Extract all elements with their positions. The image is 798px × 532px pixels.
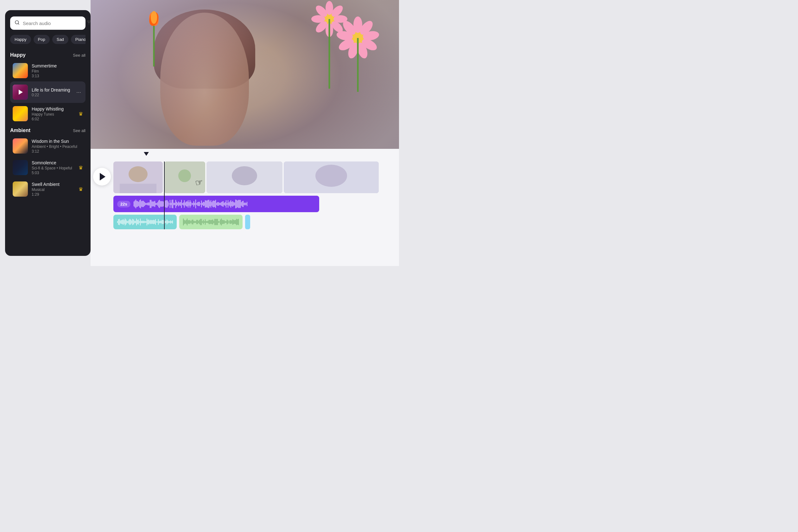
flower-right-svg [310,0,380,95]
track-duration-swell: 1:29 [32,192,75,197]
tracks-container: 22s [111,162,399,229]
waveform-green [183,217,239,226]
search-input[interactable] [23,21,83,26]
track-list: Happy See all Summertime Film 3:13 Life … [10,49,86,249]
track-name-wisdom: Wisdom in the Sun [32,139,83,144]
track-item-somnolence[interactable]: Somnolence Sci-fi & Space • Hopeful 5:03… [10,157,86,178]
svg-point-31 [129,166,148,182]
section-header-happy: Happy See all [10,50,86,60]
svg-point-34 [178,169,191,182]
audio-track-green[interactable] [179,215,243,229]
track-thumb-swell [13,182,28,197]
video-thumb-4 [284,162,379,193]
track-name-whistling: Happy Whistling [32,107,75,112]
crown-icon-whistling: ♛ [78,111,83,117]
svg-point-38 [316,165,347,187]
track-duration-wisdom: 3:12 [32,149,83,154]
track-duration-dreaming: 0:22 [32,93,71,97]
waveform-purple [134,199,316,209]
pill-piano[interactable]: Piano [71,35,86,44]
track-thumb-whistling [13,106,28,121]
video-thumb-3 [207,162,283,193]
flower-left-svg [141,3,167,66]
svg-rect-32 [120,184,156,193]
track-thumb-wisdom [13,138,28,154]
filter-icon[interactable] [86,20,91,26]
svg-point-36 [232,166,257,185]
track-meta-swell: Musical [32,188,75,192]
track-duration-whistling: 6:02 [32,117,75,121]
see-all-ambient[interactable]: See all [73,128,86,133]
track-name-dreaming: Life is for Dreaming [32,88,71,93]
track-more-btn-dreaming[interactable]: ··· [74,88,83,97]
video-preview [91,0,399,149]
svg-point-8 [151,11,157,24]
track-thumb-dreaming [13,84,28,100]
track-item-whistling[interactable]: Happy Whistling Happy Tunes 6:02 ♛ [10,103,86,125]
track-item-summertime[interactable]: Summertime Film 3:13 [10,60,86,81]
video-thumb-1 [113,162,163,193]
timeline-play-button[interactable] [93,168,111,186]
track-item-swell[interactable]: Swell Ambient Musical 1:29 ♛ [10,178,86,200]
section-title-ambient: Ambient [10,128,31,133]
track-info-dreaming: Life is for Dreaming 0:22 [32,88,71,97]
track-meta-whistling: Happy Tunes [32,112,75,116]
track-item-wisdom[interactable]: Wisdom in the Sun Ambient • Bright • Pea… [10,135,86,157]
track-thumb-somnolence [13,160,28,175]
right-panel: 22s ☞ [91,0,399,266]
play-overlay-dreaming [13,84,28,100]
timeline-playhead-line [164,162,165,229]
crown-icon-somnolence: ♛ [78,165,83,171]
track-info-wisdom: Wisdom in the Sun Ambient • Bright • Pea… [32,139,83,154]
track-info-summertime: Summertime Film 3:13 [32,63,83,78]
track-duration-somnolence: 5:03 [32,171,75,175]
audio-track-teal[interactable] [113,215,177,229]
track-name-summertime: Summertime [32,63,83,69]
audio-track-purple[interactable]: 22s [113,196,319,212]
pill-pop[interactable]: Pop [34,35,50,44]
track-meta-wisdom: Ambient • Bright • Peaceful [32,145,83,149]
timeline-scrubber [91,149,399,159]
track-meta-somnolence: Sci-fi & Space • Hopeful [32,166,75,170]
track-name-swell: Swell Ambient [32,182,75,187]
audio-badge-22s: 22s [117,201,131,207]
scrubber-head [144,152,149,156]
video-track-row [113,162,399,193]
track-name-somnolence: Somnolence [32,160,75,165]
category-pills: Happy Pop Sad Piano Jazz Bi› [10,35,86,44]
section-header-ambient: Ambient See all [10,126,86,135]
timeline-area: 22s ☞ [91,149,399,266]
play-triangle-icon [100,173,106,180]
search-bar[interactable] [10,17,86,30]
audio-library-panel: Happy Pop Sad Piano Jazz Bi› Happy See a… [5,10,91,256]
audio-tracks-row [113,215,399,229]
pill-happy[interactable]: Happy [10,35,31,44]
search-icon [15,20,20,26]
track-duration-summertime: 3:13 [32,74,83,78]
play-triangle-dreaming [19,90,23,95]
audio-track-handle[interactable] [245,215,250,229]
see-all-happy[interactable]: See all [73,53,86,58]
crown-icon-swell: ♛ [78,186,83,192]
svg-line-1 [18,23,19,24]
track-info-swell: Swell Ambient Musical 1:29 [32,182,75,197]
track-meta-summertime: Film [32,69,83,74]
track-thumb-summertime [13,63,28,78]
timeline-main: 22s [91,159,399,266]
track-item-dreaming[interactable]: Life is for Dreaming 0:22 ··· [10,81,86,103]
pill-sad[interactable]: Sad [52,35,69,44]
section-title-happy: Happy [10,52,26,58]
video-thumb-2 [164,162,205,193]
track-info-somnolence: Somnolence Sci-fi & Space • Hopeful 5:03 [32,160,75,175]
track-info-whistling: Happy Whistling Happy Tunes 6:02 [32,107,75,121]
